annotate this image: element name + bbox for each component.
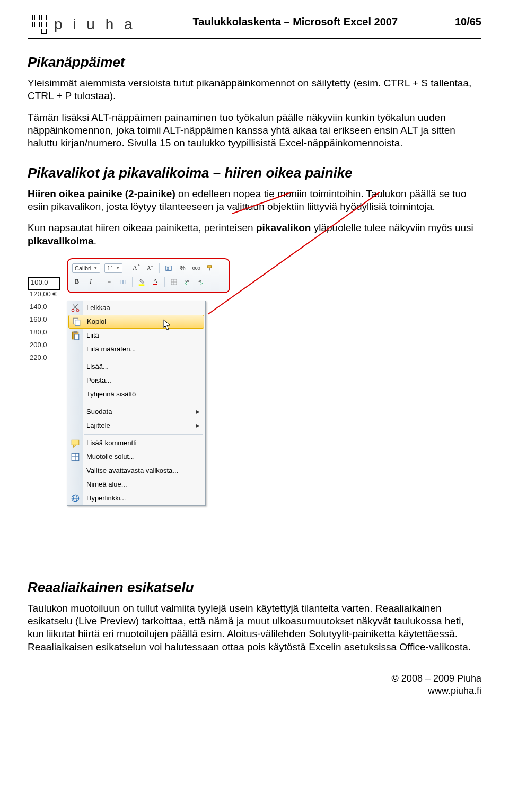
svg-line-19	[74, 304, 78, 309]
increase-decimal-icon[interactable]: .0	[197, 277, 206, 287]
menu-copy[interactable]: Kopioi	[68, 315, 204, 329]
submenu-arrow-icon: ▶	[196, 422, 200, 428]
paste-icon	[71, 331, 80, 340]
menu-delete[interactable]: Poista...	[67, 374, 205, 387]
svg-text:.00: .00	[185, 279, 189, 283]
cut-icon	[71, 303, 80, 313]
menu-comment[interactable]: Lisää kommentti	[67, 436, 205, 450]
menu-sort[interactable]: Lajittele▶	[67, 419, 205, 433]
menu-name-range[interactable]: Nimeä alue...	[67, 478, 205, 491]
bold-icon[interactable]: B	[72, 277, 82, 287]
borders-icon[interactable]	[169, 277, 179, 287]
section-shortcuts-p1: Yleisimmät aiemmista versioista tutut pi…	[28, 77, 481, 103]
page-number: 10/65	[455, 16, 481, 28]
menu-filter[interactable]: Suodata▶	[67, 405, 205, 419]
merge-center-icon[interactable]	[118, 277, 128, 287]
section-shortcuts-p2: Tämän lisäksi ALT-näppäimen painaminen t…	[28, 111, 481, 150]
context-menu[interactable]: Leikkaa Kopioi Liitä Liitä määräten... L…	[67, 301, 206, 506]
row-cell: 220,0	[28, 354, 60, 366]
mouse-cursor-icon	[162, 319, 173, 333]
logo-text: p i u h a	[54, 16, 136, 33]
italic-icon[interactable]: I	[86, 277, 95, 287]
menu-cut[interactable]: Leikkaa	[67, 301, 205, 315]
menu-hyperlink[interactable]: Hyperlinkki...	[67, 491, 205, 505]
fill-color-icon[interactable]	[137, 277, 146, 287]
footer-copyright: © 2008 – 2009 Piuha	[28, 673, 481, 685]
excel-row-headers: 100,0 120,00 € 140,0 160,0 180,0 200,0 2…	[28, 277, 60, 366]
mini-toolbar[interactable]: Calibri▼ 11▼ A˄ A˅ $ % 000 B I	[67, 258, 230, 293]
comment-icon	[71, 438, 80, 448]
svg-point-17	[72, 309, 74, 312]
svg-point-18	[76, 309, 79, 312]
row-cell: 140,0	[28, 303, 60, 315]
svg-rect-25	[75, 334, 79, 340]
row-cell: 200,0	[28, 341, 60, 354]
center-align-icon[interactable]	[104, 277, 114, 287]
menu-paste[interactable]: Liitä	[67, 329, 205, 342]
section-shortcuts-title: Pikanäppäimet	[28, 54, 481, 70]
format-painter-icon[interactable]	[205, 263, 215, 273]
font-color-icon[interactable]: A	[151, 277, 160, 287]
svg-line-20	[73, 304, 77, 309]
menu-pick-from-list[interactable]: Valitse avattavasta valikosta...	[67, 464, 205, 478]
svg-rect-26	[72, 440, 79, 445]
row-cell: 180,0	[28, 328, 60, 341]
section-contextmenu-p2: Kun napsautat hiiren oikeaa painiketta, …	[28, 222, 481, 248]
section-contextmenu-p1: Hiiren oikea painike (2-painike) on edel…	[28, 188, 481, 214]
hyperlink-icon	[71, 493, 80, 503]
svg-rect-4	[208, 266, 212, 268]
accounting-format-icon[interactable]: $	[164, 263, 173, 273]
copy-icon	[72, 317, 82, 326]
row-cell: 160,0	[28, 315, 60, 328]
logo-icon	[28, 15, 49, 34]
comma-format-icon[interactable]: 000	[191, 263, 201, 273]
menu-format-cells[interactable]: Muotoile solut...	[67, 450, 205, 464]
menu-insert[interactable]: Lisää...	[67, 360, 205, 374]
percent-format-icon[interactable]: %	[178, 263, 187, 273]
format-cells-icon	[71, 452, 80, 462]
font-size-select[interactable]: 11▼	[104, 263, 122, 273]
svg-rect-24	[74, 331, 77, 333]
svg-text:$: $	[167, 266, 169, 270]
document-title: Taulukkolaskenta – Microsoft Excel 2007	[193, 16, 398, 28]
page-footer: © 2008 – 2009 Piuha www.piuha.fi	[28, 673, 481, 698]
grow-font-icon[interactable]: A˄	[131, 263, 141, 273]
row-cell: 120,00 €	[28, 290, 60, 303]
section-preview-p: Taulukon muotoiluun on tullut valmiita t…	[28, 602, 481, 654]
header-divider	[28, 38, 481, 39]
svg-rect-5	[209, 268, 210, 270]
row-cell: 100,0	[28, 277, 60, 290]
submenu-arrow-icon: ▶	[196, 409, 200, 414]
svg-rect-11	[139, 284, 145, 286]
section-preview-title: Reaaliaikainen esikatselu	[28, 579, 481, 596]
excel-screenshot: 100,0 120,00 € 140,0 160,0 180,0 200,0 2…	[28, 256, 261, 563]
svg-rect-22	[75, 320, 80, 325]
shrink-font-icon[interactable]: A˅	[145, 263, 155, 273]
page-header: p i u h a Taulukkolaskenta – Microsoft E…	[28, 15, 481, 34]
menu-paste-special[interactable]: Liitä määräten...	[67, 342, 205, 356]
menu-clear[interactable]: Tyhjennä sisältö	[67, 387, 205, 401]
font-name-select[interactable]: Calibri▼	[72, 263, 100, 273]
decrease-decimal-icon[interactable]: .00	[183, 277, 192, 287]
footer-url: www.piuha.fi	[28, 685, 481, 697]
section-contextmenu-title: Pikavalikot ja pikavalikoima – hiiren oi…	[28, 165, 481, 181]
